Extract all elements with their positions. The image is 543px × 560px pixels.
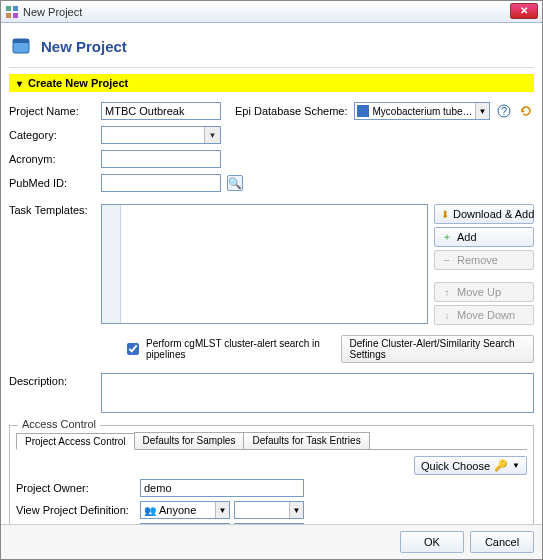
owner-input[interactable]: [140, 479, 304, 497]
chevron-down-icon: ▼: [475, 103, 489, 119]
category-select[interactable]: ▼: [101, 126, 221, 144]
move-up-button: ↑ Move Up: [434, 282, 534, 302]
access-control-fieldset: Access Control Project Access Control De…: [9, 425, 534, 524]
edit-def-extra-select[interactable]: ▼: [234, 523, 304, 524]
chevron-down-icon: ▼: [289, 502, 303, 518]
project-name-label: Project Name:: [9, 105, 95, 117]
templates-listbox[interactable]: [101, 204, 428, 324]
section-banner-text: Create New Project: [28, 77, 128, 89]
cgmlst-checkbox[interactable]: Perform cgMLST cluster-alert search in p…: [123, 338, 329, 360]
view-def-role-select[interactable]: 👥 Anyone ▼: [140, 501, 230, 519]
svg-rect-1: [13, 6, 18, 11]
download-icon: ⬇: [441, 209, 449, 220]
cancel-button[interactable]: Cancel: [470, 531, 534, 553]
acronym-label: Acronym:: [9, 153, 95, 165]
quick-choose-button[interactable]: Quick Choose 🔑 ▼: [414, 456, 527, 475]
move-down-button: ↓ Move Down: [434, 305, 534, 325]
epi-scheme-value: Mycobacterium tuberculosis/bovis/african…: [373, 106, 475, 117]
key-icon: 🔑: [494, 459, 508, 472]
pubmed-input[interactable]: [101, 174, 221, 192]
remove-button: − Remove: [434, 250, 534, 270]
category-label: Category:: [9, 129, 95, 141]
svg-text:?: ?: [501, 105, 507, 117]
section-banner: ▾ Create New Project: [9, 74, 534, 92]
add-button[interactable]: ＋ Add: [434, 227, 534, 247]
minus-icon: −: [441, 255, 453, 266]
chevron-down-icon: ▼: [204, 127, 220, 143]
epi-scheme-select[interactable]: Mycobacterium tuberculosis/bovis/african…: [354, 102, 490, 120]
chevron-down-icon: ▼: [512, 461, 520, 470]
tab-defaults-task-entries[interactable]: Defaults for Task Entries: [243, 432, 369, 449]
header-band: New Project: [9, 29, 534, 68]
titlebar: New Project ✕: [1, 1, 542, 23]
users-icon: 👥: [144, 504, 156, 516]
tab-defaults-samples[interactable]: Defaults for Samples: [134, 432, 245, 449]
plus-icon: ＋: [441, 230, 453, 244]
svg-rect-2: [6, 13, 11, 18]
project-icon: [11, 35, 33, 57]
project-name-input[interactable]: [101, 102, 221, 120]
edit-def-role-select[interactable]: 👥 Anyone ▼: [140, 523, 230, 524]
close-button[interactable]: ✕: [510, 3, 538, 19]
app-icon: [5, 5, 19, 19]
ok-button[interactable]: OK: [400, 531, 464, 553]
scheme-icon: [357, 105, 369, 117]
arrow-down-icon: ↓: [441, 310, 453, 321]
scheme-refresh-button[interactable]: [518, 103, 534, 119]
access-tabs: Project Access Control Defaults for Samp…: [16, 432, 527, 450]
owner-label: Project Owner:: [16, 482, 136, 494]
templates-label: Task Templates:: [9, 202, 95, 325]
cgmlst-checkbox-input[interactable]: [127, 343, 139, 355]
access-control-legend: Access Control: [18, 418, 100, 430]
chevron-down-icon: ▾: [17, 78, 22, 89]
epi-scheme-label: Epi Database Scheme:: [235, 105, 348, 117]
description-textarea[interactable]: [101, 373, 534, 413]
description-label: Description:: [9, 373, 95, 413]
arrow-up-icon: ↑: [441, 287, 453, 298]
svg-rect-5: [13, 39, 29, 43]
view-def-extra-select[interactable]: ▼: [234, 501, 304, 519]
scheme-help-button[interactable]: ?: [496, 103, 512, 119]
acronym-input[interactable]: [101, 150, 221, 168]
download-add-button[interactable]: ⬇ Download & Add: [434, 204, 534, 224]
tab-project-access[interactable]: Project Access Control: [16, 433, 135, 450]
svg-rect-0: [6, 6, 11, 11]
window-title: New Project: [23, 6, 82, 18]
view-def-label: View Project Definition:: [16, 504, 136, 516]
dialog-footer: OK Cancel: [1, 524, 542, 559]
pubmed-lookup-button[interactable]: 🔍: [227, 175, 243, 191]
cluster-settings-button[interactable]: Define Cluster-Alert/Similarity Search S…: [341, 335, 534, 363]
svg-rect-3: [13, 13, 18, 18]
page-title: New Project: [41, 38, 127, 55]
chevron-down-icon: ▼: [215, 502, 229, 518]
pubmed-label: PubMed ID:: [9, 177, 95, 189]
